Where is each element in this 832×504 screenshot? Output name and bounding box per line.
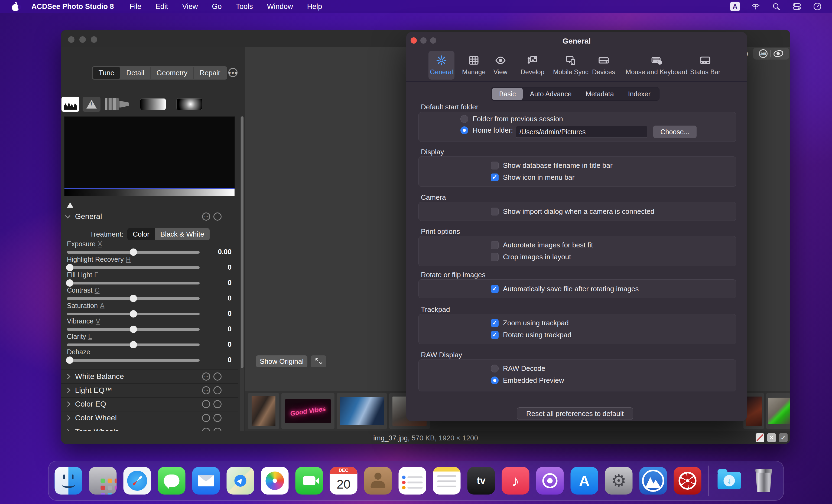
pref-tab-manage[interactable]: Manage [458,51,489,80]
options-icon[interactable]: ⋯ [202,400,210,408]
pref-tab-develop[interactable]: Develop [517,51,548,80]
check-autosave-rotate[interactable]: Automatically save file after rotating i… [491,285,639,293]
treatment-black-white[interactable]: Black & White [155,228,210,240]
section-light-eq[interactable]: Light EQ™ ⋯ [61,383,238,397]
panel-scrollbar[interactable] [240,116,244,439]
checkbox-icon[interactable] [491,253,499,261]
radio-icon[interactable] [491,376,499,384]
input-source-icon[interactable]: A [730,2,740,11]
apple-menu-icon[interactable] [11,2,20,11]
tab-auto-advance[interactable]: Auto Advance [523,88,578,100]
filmstrip-cell[interactable] [248,393,279,429]
thumbnail-green-car[interactable] [769,398,790,424]
slider-track[interactable] [67,313,200,315]
close-button[interactable] [68,36,75,43]
show-original-button[interactable]: Show Original [256,355,307,367]
tab-metadata[interactable]: Metadata [578,88,621,100]
slider-thumb[interactable] [66,279,73,287]
slider-track[interactable] [67,344,200,346]
thumbnail-motorcycle[interactable] [252,396,276,426]
menu-file[interactable]: File [130,2,141,11]
select-check-icon[interactable]: ✓ [779,433,787,442]
slider-track[interactable] [67,359,200,362]
thumbnail-cosplay[interactable] [340,397,384,425]
slider-thumb[interactable] [130,326,137,333]
develop-brush-icon[interactable] [105,97,131,112]
check-import-dialog[interactable]: Show import dialog when a camera is conn… [491,207,654,216]
dock-music[interactable]: ♪ [502,467,529,495]
tab-repair[interactable]: Repair [193,67,227,79]
dock-launchpad[interactable] [89,467,117,495]
dock-mail[interactable] [192,467,220,495]
menu-help[interactable]: Help [307,2,322,11]
pref-tab-devices[interactable]: Devices [588,51,619,80]
slider-thumb[interactable] [66,264,73,271]
options-icon[interactable]: ⋯ [202,372,210,380]
tab-basic[interactable]: Basic [492,88,523,100]
dock-contacts[interactable] [364,467,392,495]
section-white-balance[interactable]: White Balance ⋯ [61,369,238,383]
slider-track[interactable] [67,328,200,331]
dock-system-preferences[interactable]: ⚙ [605,467,633,495]
filmstrip-cell[interactable] [337,393,387,429]
pref-tab-view[interactable]: View [490,51,511,80]
section-general[interactable]: General ⋯ [61,210,238,223]
dock-calendar[interactable]: DEC 20 [330,467,358,495]
dock-facetime[interactable] [295,467,323,495]
radial-gradient-tool-icon[interactable] [176,98,202,110]
dock-acdsee[interactable] [640,467,667,495]
radio-home-folder[interactable]: Home folder: [461,126,513,135]
expand-arrows-icon[interactable] [311,355,327,367]
tab-indexer[interactable]: Indexer [621,88,657,100]
section-color-eq[interactable]: Color EQ ⋯ [61,397,238,410]
acdsee-365-badge[interactable]: 365 [753,48,789,59]
slider-thumb[interactable] [130,341,137,348]
checkbox-icon[interactable] [491,208,499,215]
slider-track[interactable] [67,266,200,269]
thumbnail-good-vibes[interactable]: Good Vibes [285,399,331,423]
slider-track[interactable] [67,282,200,285]
minimize-button[interactable] [79,36,86,43]
dock-messages[interactable] [158,467,185,495]
radio-icon[interactable] [461,115,468,123]
pref-tab-mobile-sync[interactable]: Mobile Sync [549,51,592,80]
check-rotate-trackpad[interactable]: Rotate using trackpad [491,331,571,339]
check-zoom-trackpad[interactable]: Zoom using trackpad [491,319,569,327]
app-menu-title[interactable]: ACDSee Photo Studio 8 [31,2,114,11]
histogram-toggle-icon[interactable] [61,97,79,112]
linear-gradient-tool-icon[interactable] [140,98,166,110]
radio-icon[interactable] [461,126,468,134]
options-icon[interactable]: ⋯ [202,386,210,394]
menu-tools[interactable]: Tools [236,2,253,11]
treatment-color[interactable]: Color [127,228,155,240]
radio-folder-previous-session[interactable]: Folder from previous session [461,115,563,123]
menu-window[interactable]: Window [267,2,293,11]
dock-reminders[interactable] [399,467,426,495]
exposure-warning-icon[interactable] [83,97,101,112]
radio-embedded-preview[interactable]: Embedded Preview [491,376,564,384]
histogram-warning-icon[interactable] [67,200,73,203]
dock-trash[interactable] [750,467,778,495]
check-autorotate[interactable]: Autorotate images for best fit [491,241,593,249]
slider-thumb[interactable] [130,295,137,302]
wifi-alert-icon[interactable] [751,2,760,11]
dock-safari[interactable] [124,467,151,495]
dock-app-store[interactable]: A [571,467,598,495]
spotlight-search-icon[interactable] [771,2,781,11]
clock-icon[interactable] [812,2,822,11]
checkbox-icon[interactable] [491,331,499,339]
checkbox-icon[interactable] [491,174,499,181]
checkbox-icon[interactable] [491,162,499,169]
zoom-button[interactable] [91,36,97,43]
section-color-wheel[interactable]: Color Wheel ⋯ [61,411,238,424]
dock-acdsee-photo-studio[interactable] [674,467,701,495]
filmstrip-cell[interactable]: Good Vibes [281,393,335,429]
reject-icon[interactable]: × [767,433,776,442]
menu-edit[interactable]: Edit [155,2,168,11]
reset-preferences-button[interactable]: Reset all preferences to default [517,407,633,420]
dock-downloads[interactable]: ↓ [716,467,743,495]
checkbox-icon[interactable] [491,285,499,293]
checkbox-icon[interactable] [491,319,499,327]
tab-detail[interactable]: Detail [120,67,150,79]
dock-photos[interactable] [261,467,289,495]
